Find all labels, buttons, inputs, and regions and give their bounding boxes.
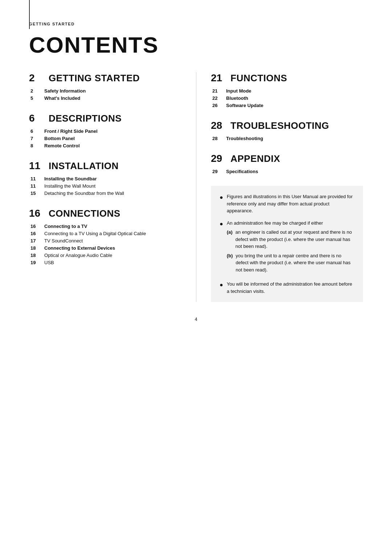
border-accent [29,0,30,29]
section-functions-number: 21 [211,72,225,84]
section-functions-heading: 21FUNCTIONS [211,72,363,84]
toc-item-label: Installing the Wall Mount [44,183,95,189]
section-installation-number: 11 [29,160,44,172]
toc-item: 22Bluetooth [211,95,363,101]
toc-item-number: 18 [30,245,41,251]
content-columns: 2GETTING STARTED2Safety Information5What… [29,72,363,302]
page-title: CONTENTS [29,32,363,58]
toc-item: 16Connecting to a TV [29,224,181,229]
toc-item-number: 26 [212,103,222,108]
toc-item-number: 22 [212,95,222,101]
section-installation: 11INSTALLATION11Installing the Soundbar1… [29,160,181,196]
toc-item-number: 8 [30,143,41,148]
toc-item-label: Safety Information [44,88,86,94]
section-descriptions-title: DESCRIPTIONS [49,113,122,124]
section-installation-heading: 11INSTALLATION [29,160,181,172]
section-descriptions: 6DESCRIPTIONS6Front / Right Side Panel7B… [29,113,181,148]
toc-item-number: 7 [30,136,41,141]
toc-item: 11Installing the Soundbar [29,176,181,181]
note-figures: ●Figures and illustrations in this User … [220,193,354,214]
right-column: 21FUNCTIONS21Input Mode22Bluetooth26Soft… [196,72,363,302]
section-descriptions-number: 6 [29,113,44,124]
toc-item-label: Remote Control [44,143,80,148]
page-number: 4 [29,316,363,322]
note-admin-fee-text: An administration fee may be charged if … [227,220,323,226]
page-header: Getting Started [29,22,363,28]
toc-item-label: Connecting to a TV [44,224,87,229]
toc-item-label: Bluetooth [226,95,248,101]
toc-item: 11Installing the Wall Mount [29,183,181,189]
section-connections-title: CONNECTIONS [49,208,121,219]
section-appendix-title: APPENDIX [230,153,280,164]
toc-item-label: Bottom Panel [44,136,75,141]
toc-item-label: Troubleshooting [226,136,263,141]
toc-item: 18Connecting to External Devices [29,245,181,251]
toc-item: 2Safety Information [29,88,181,94]
toc-item-label: Front / Right Side Panel [44,128,98,134]
toc-item-number: 11 [30,183,41,189]
toc-item-number: 11 [30,176,41,181]
section-troubleshooting-heading: 28TROUBLESHOOTING [211,120,363,131]
toc-item-label: Specifications [226,169,258,174]
toc-item-label: Optical or Analogue Audio Cable [44,253,112,258]
toc-item-number: 29 [212,169,222,174]
note-sub-item: (a)an engineer is called out at your req… [227,229,354,250]
toc-item-number: 6 [30,128,41,134]
toc-item: 6Front / Right Side Panel [29,128,181,134]
note-admin-informed: ●You will be informed of the administrat… [220,281,354,295]
section-connections-heading: 16CONNECTIONS [29,208,181,219]
toc-item-number: 2 [30,88,41,94]
toc-item: 7Bottom Panel [29,136,181,141]
toc-item: 16Connecting to a TV Using a Digital Opt… [29,231,181,236]
bullet-icon: ● [220,281,223,289]
note-admin-informed-content: You will be informed of the administrati… [227,281,354,295]
notes-box: ●Figures and illustrations in this User … [211,186,363,302]
section-troubleshooting: 28TROUBLESHOOTING28Troubleshooting [211,120,363,141]
toc-item-number: 16 [30,224,41,229]
section-getting-started-heading: 2GETTING STARTED [29,72,181,84]
toc-item: 15Detaching the Soundbar from the Wall [29,191,181,196]
toc-item-number: 17 [30,238,41,244]
note-figures-content: Figures and illustrations in this User M… [227,193,354,214]
toc-item: 29Specifications [211,169,363,174]
toc-item-number: 16 [30,231,41,236]
toc-item: 8Remote Control [29,143,181,148]
section-appendix-number: 29 [211,153,225,164]
toc-item-number: 18 [30,253,41,258]
note-admin-informed-text: You will be informed of the administrati… [227,281,352,294]
left-column: 2GETTING STARTED2Safety Information5What… [29,72,196,302]
toc-item-label: Detaching the Soundbar from the Wall [44,191,124,196]
note-sub-text: an engineer is called out at your reques… [236,229,354,250]
note-admin-fee-sub: (a)an engineer is called out at your req… [227,229,354,273]
toc-item-label: Connecting to a TV Using a Digital Optic… [44,231,146,236]
section-troubleshooting-number: 28 [211,120,225,131]
section-appendix: 29APPENDIX29Specifications [211,153,363,174]
bullet-icon: ● [220,193,223,202]
note-admin-fee-content: An administration fee may be charged if … [227,220,354,276]
note-sub-label: (b) [227,252,233,274]
section-functions: 21FUNCTIONS21Input Mode22Bluetooth26Soft… [211,72,363,108]
toc-item: 5What's Included [29,95,181,101]
toc-item: 18Optical or Analogue Audio Cable [29,253,181,258]
toc-item-label: USB [44,260,54,265]
section-troubleshooting-title: TROUBLESHOOTING [230,120,329,131]
note-sub-label: (a) [227,229,233,250]
toc-item-number: 19 [30,260,41,265]
toc-item-label: Connecting to External Devices [44,245,115,251]
toc-item: 17TV SoundConnect [29,238,181,244]
section-installation-title: INSTALLATION [49,160,119,172]
section-getting-started: 2GETTING STARTED2Safety Information5What… [29,72,181,101]
note-sub-item: (b)you bring the unit to a repair centre… [227,252,354,274]
page: Getting Started CONTENTS 2GETTING STARTE… [0,0,392,556]
section-connections: 16CONNECTIONS16Connecting to a TV16Conne… [29,208,181,265]
toc-item-number: 21 [212,88,222,94]
toc-item: 28Troubleshooting [211,136,363,141]
toc-item-number: 28 [212,136,222,141]
toc-item-label: What's Included [44,95,80,101]
section-connections-number: 16 [29,208,44,219]
note-admin-fee: ●An administration fee may be charged if… [220,220,354,276]
section-appendix-heading: 29APPENDIX [211,153,363,164]
toc-item-number: 15 [30,191,41,196]
toc-item-label: Installing the Soundbar [44,176,97,181]
toc-item: 26Software Update [211,103,363,108]
